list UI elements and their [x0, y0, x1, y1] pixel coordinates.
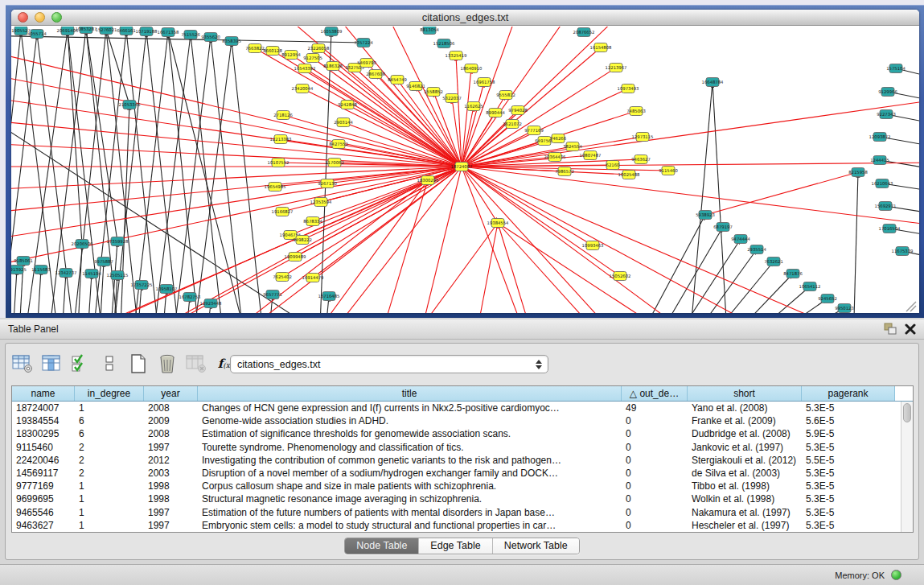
table-cell[interactable]: Embryonic stem cells: a model to study s… — [198, 519, 622, 532]
graph-node[interactable]: 16053809 — [321, 27, 343, 36]
table-cell[interactable]: 2003 — [144, 467, 198, 480]
graph-node[interactable]: 2718126 — [273, 111, 293, 120]
table-cell[interactable]: 2 — [75, 454, 144, 467]
graph-node[interactable]: 9474444 — [731, 235, 750, 244]
table-cell[interactable]: 9463627 — [12, 519, 75, 532]
table-cell[interactable]: 5.3E-5 — [802, 441, 895, 454]
graph-node[interactable]: 1145194 — [82, 270, 101, 278]
graph-node[interactable]: 746266 — [550, 134, 567, 143]
graph-node[interactable]: 2935514 — [747, 245, 766, 254]
graph-node[interactable]: 21053346 — [119, 101, 142, 109]
graph-node[interactable]: 10107552 — [268, 159, 290, 167]
table-cell[interactable]: 9777169 — [12, 480, 75, 492]
table-cell[interactable]: Corpus callosum shape and size in male p… — [198, 480, 622, 492]
graph-node[interactable]: 8990444 — [486, 109, 505, 117]
graph-node[interactable]: 11675339 — [892, 247, 914, 256]
graph-node[interactable]: 10719188 — [136, 27, 158, 36]
table-cell[interactable]: 0 — [622, 506, 688, 519]
graph-node[interactable]: 6879197 — [713, 223, 733, 232]
graph-node[interactable]: 62160 — [606, 161, 620, 170]
table-cell[interactable]: 0 — [622, 427, 688, 440]
table-cell[interactable]: 5.3E-5 — [802, 519, 895, 532]
column-header-name[interactable]: name — [12, 386, 75, 401]
graph-node[interactable]: 7357224 — [354, 39, 373, 47]
table-cell[interactable]: 0 — [622, 492, 688, 505]
table-row[interactable]: 946362711997Embryonic stem cells: a mode… — [12, 519, 913, 532]
graph-node[interactable]: 7515526 — [181, 31, 200, 39]
graph-node[interactable]: 8660128 — [263, 47, 282, 56]
graph-node[interactable]: 12353594 — [310, 198, 333, 207]
graph-node[interactable]: 16154808 — [590, 43, 613, 52]
table-cell[interactable]: 2008 — [144, 427, 198, 440]
table-cell[interactable]: 1 — [75, 506, 144, 519]
graph-node[interactable]: 7625402 — [273, 273, 292, 282]
graph-node[interactable]: 18640910 — [461, 64, 483, 73]
table-row[interactable]: 946554611997Estimation of the future num… — [12, 506, 913, 519]
graph-node[interactable]: 7632621 — [764, 257, 783, 266]
graph-node[interactable]: 5938923 — [696, 211, 715, 220]
table-cell[interactable]: Estimation of the future numbers of pati… — [198, 506, 622, 519]
graph-node[interactable]: 12342737 — [55, 269, 77, 278]
frame-resize-grip[interactable] — [906, 302, 916, 311]
delete-column-icon[interactable] — [155, 352, 179, 375]
network-canvas[interactable]: 1872400723226058912750581863289327505546… — [11, 27, 919, 313]
delete-table-icon[interactable] — [184, 352, 208, 375]
graph-node[interactable]: 9498222 — [293, 236, 312, 245]
table-row[interactable]: 969969511998Structural magnetic resonanc… — [12, 492, 913, 505]
table-cell[interactable]: 9465546 — [12, 506, 75, 519]
graph-node[interactable]: 16210643 — [872, 179, 893, 188]
table-cell[interactable]: 0 — [622, 414, 688, 427]
graph-node[interactable]: 16671358 — [158, 28, 180, 37]
graph-node[interactable]: 19384554 — [487, 219, 510, 228]
row-height-icon[interactable] — [97, 352, 121, 375]
table-cell[interactable]: Tourette syndrome. Phenomenology and cla… — [198, 441, 622, 454]
graph-node[interactable]: 8471876 — [783, 270, 803, 278]
table-cell[interactable]: 49 — [622, 402, 688, 414]
graph-node[interactable]: 8427552 — [329, 140, 348, 149]
table-cell[interactable]: 1998 — [144, 492, 198, 505]
select-all-icon[interactable] — [68, 352, 92, 375]
graph-node[interactable]: 20364436 — [544, 153, 567, 162]
graph-node[interactable]: 17359928 — [107, 237, 129, 246]
graph-node[interactable]: 19654985 — [265, 183, 286, 192]
table-cell[interactable]: de Silva et al. (2003) — [688, 467, 802, 480]
graph-node[interactable]: 12505115 — [107, 271, 129, 280]
graph-node[interactable]: 12213967 — [606, 64, 627, 72]
table-cell[interactable]: 0 — [622, 480, 688, 492]
graph-node[interactable]: 7986572 — [555, 167, 574, 176]
graph-node[interactable]: 10993463 — [582, 241, 604, 250]
graph-node[interactable]: 7485063 — [626, 107, 646, 116]
table-cell[interactable]: Genome-wide association studies in ADHD. — [198, 414, 622, 427]
table-row[interactable]: 1456911722003Disruption of a novel membe… — [12, 467, 913, 480]
graph-node[interactable]: 8813054 — [420, 27, 439, 35]
graph-node[interactable]: 10025488 — [618, 171, 641, 179]
table-cell[interactable]: 6 — [75, 427, 144, 440]
table-cell[interactable]: 9115460 — [12, 441, 75, 454]
new-column-icon[interactable] — [126, 352, 150, 375]
table-row[interactable]: 1830029562008Estimation of significance … — [12, 427, 913, 440]
graph-node[interactable]: 12093872 — [869, 133, 891, 142]
table-settings-icon[interactable] — [10, 352, 35, 375]
graph-node[interactable]: 1162625 — [464, 102, 483, 111]
graph-node[interactable]: 8678334 — [303, 217, 322, 226]
graph-node[interactable]: 15692971 — [875, 202, 897, 211]
graph-node[interactable]: 1244415 — [870, 156, 889, 165]
tab-edge-table[interactable]: Edge Table — [419, 538, 492, 554]
table-cell[interactable]: 18300295 — [12, 427, 75, 440]
float-panel-icon[interactable] — [884, 323, 897, 338]
graph-node[interactable]: 9227343 — [877, 110, 896, 119]
graph-node[interactable]: 5469790 — [357, 59, 376, 68]
graph-node[interactable]: 9463627 — [631, 155, 651, 164]
table-cell[interactable]: Structural magnetic resonance image aver… — [198, 492, 622, 505]
graph-node[interactable]: 9777169 — [524, 126, 544, 135]
table-row[interactable]: 911546021997Tourette syndrome. Phenomeno… — [12, 441, 913, 454]
graph-node[interactable]: 20876652 — [573, 28, 595, 37]
graph-node[interactable]: 10654112 — [799, 282, 821, 291]
scrollbar-thumb[interactable] — [903, 403, 911, 422]
table-cell[interactable]: Jankovic et al. (1997) — [688, 441, 802, 454]
graph-node[interactable]: 1558852 — [424, 88, 443, 97]
table-cell[interactable]: 0 — [622, 441, 688, 454]
graph-node[interactable]: 1621072 — [503, 120, 522, 129]
graph-node[interactable]: 9975887 — [94, 257, 113, 266]
table-cell[interactable]: 5.3E-5 — [802, 506, 895, 519]
